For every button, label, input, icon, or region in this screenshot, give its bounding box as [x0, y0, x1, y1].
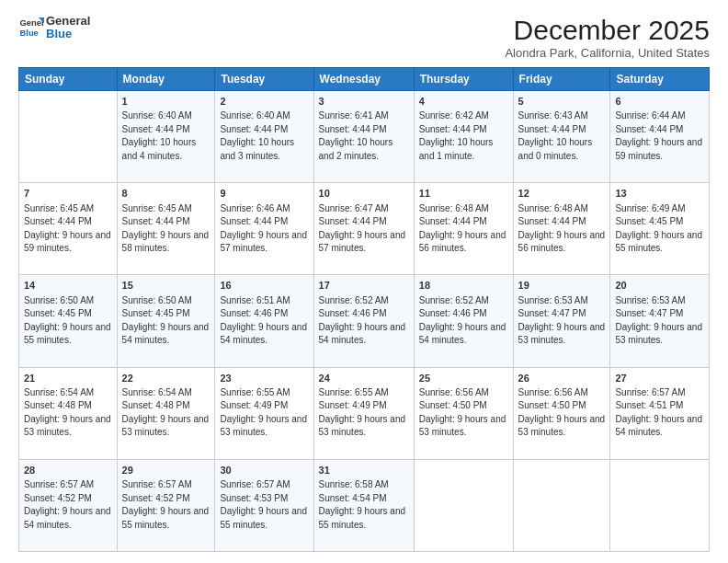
calendar-cell: [19, 91, 118, 183]
day-number: 20: [615, 279, 704, 293]
cell-content: Sunrise: 6:46 AM Sunset: 4:44 PM Dayligh…: [220, 202, 308, 256]
calendar-table: SundayMondayTuesdayWednesdayThursdayFrid…: [18, 67, 710, 552]
sunset: Sunset: 4:48 PM: [24, 400, 92, 410]
daylight: Daylight: 9 hours and 55 minutes.: [220, 506, 307, 530]
calendar-cell: 22 Sunrise: 6:54 AM Sunset: 4:48 PM Dayl…: [117, 367, 215, 459]
cell-content: Sunrise: 6:53 AM Sunset: 4:47 PM Dayligh…: [615, 294, 704, 348]
day-number: 31: [319, 464, 409, 477]
daylight: Daylight: 9 hours and 53 minutes.: [220, 414, 307, 438]
day-number: 21: [24, 372, 112, 385]
calendar-cell: 10 Sunrise: 6:47 AM Sunset: 4:44 PM Dayl…: [313, 183, 414, 275]
sunrise: Sunrise: 6:43 AM: [518, 110, 588, 121]
daylight: Daylight: 9 hours and 57 minutes.: [220, 230, 307, 254]
sunrise: Sunrise: 6:40 AM: [122, 110, 192, 121]
calendar-cell: 9 Sunrise: 6:46 AM Sunset: 4:44 PM Dayli…: [215, 183, 313, 275]
sunset: Sunset: 4:44 PM: [419, 216, 487, 226]
svg-text:Blue: Blue: [20, 29, 39, 39]
day-number: 10: [319, 187, 409, 201]
sunset: Sunset: 4:52 PM: [122, 493, 190, 503]
sunset: Sunset: 4:44 PM: [319, 216, 387, 226]
calendar-cell: 31 Sunrise: 6:58 AM Sunset: 4:54 PM Dayl…: [313, 459, 414, 551]
header-day-tuesday: Tuesday: [215, 68, 313, 91]
sunset: Sunset: 4:44 PM: [615, 124, 683, 134]
daylight: Daylight: 9 hours and 53 minutes.: [319, 414, 406, 438]
calendar-cell: 27 Sunrise: 6:57 AM Sunset: 4:51 PM Dayl…: [610, 367, 710, 459]
day-number: 2: [220, 95, 308, 109]
title-block: December 2025 Alondra Park, California, …: [505, 15, 710, 60]
day-number: 30: [220, 464, 308, 477]
cell-content: Sunrise: 6:57 AM Sunset: 4:52 PM Dayligh…: [122, 478, 210, 532]
calendar-cell: 11 Sunrise: 6:48 AM Sunset: 4:44 PM Dayl…: [414, 183, 513, 275]
sunset: Sunset: 4:50 PM: [419, 400, 487, 410]
calendar-cell: 19 Sunrise: 6:53 AM Sunset: 4:47 PM Dayl…: [513, 275, 610, 367]
day-number: 8: [122, 187, 210, 201]
calendar-cell: 24 Sunrise: 6:55 AM Sunset: 4:49 PM Dayl…: [313, 367, 414, 459]
sunset: Sunset: 4:45 PM: [24, 308, 92, 318]
cell-content: Sunrise: 6:54 AM Sunset: 4:48 PM Dayligh…: [24, 386, 112, 440]
sunrise: Sunrise: 6:49 AM: [615, 203, 685, 213]
cell-content: Sunrise: 6:44 AM Sunset: 4:44 PM Dayligh…: [615, 109, 704, 163]
sunrise: Sunrise: 6:55 AM: [319, 387, 389, 397]
sunrise: Sunrise: 6:53 AM: [518, 295, 588, 305]
sunrise: Sunrise: 6:50 AM: [24, 295, 94, 305]
daylight: Daylight: 10 hours and 4 minutes.: [122, 137, 197, 161]
daylight: Daylight: 10 hours and 3 minutes.: [220, 137, 294, 161]
daylight: Daylight: 9 hours and 59 minutes.: [615, 137, 702, 161]
day-number: 28: [24, 464, 112, 477]
daylight: Daylight: 9 hours and 56 minutes.: [419, 230, 506, 254]
daylight: Daylight: 9 hours and 53 minutes.: [518, 322, 606, 346]
calendar-cell: [610, 459, 710, 551]
calendar-cell: 29 Sunrise: 6:57 AM Sunset: 4:52 PM Dayl…: [117, 459, 215, 551]
sunset: Sunset: 4:50 PM: [518, 400, 586, 410]
daylight: Daylight: 9 hours and 54 minutes.: [122, 322, 210, 346]
day-number: 6: [615, 95, 704, 109]
sunset: Sunset: 4:44 PM: [24, 216, 92, 226]
cell-content: Sunrise: 6:52 AM Sunset: 4:46 PM Dayligh…: [319, 294, 409, 348]
week-row-2: 7 Sunrise: 6:45 AM Sunset: 4:44 PM Dayli…: [19, 183, 710, 275]
day-number: 14: [24, 279, 112, 293]
daylight: Daylight: 9 hours and 53 minutes.: [615, 322, 702, 346]
sunrise: Sunrise: 6:53 AM: [615, 295, 685, 305]
cell-content: Sunrise: 6:47 AM Sunset: 4:44 PM Dayligh…: [319, 202, 409, 256]
day-number: 19: [518, 279, 606, 293]
calendar-page: General Blue General Blue December 2025 …: [0, 0, 728, 563]
sunset: Sunset: 4:44 PM: [122, 124, 190, 134]
sunset: Sunset: 4:44 PM: [419, 124, 487, 134]
header: General Blue General Blue December 2025 …: [18, 15, 710, 60]
calendar-cell: 20 Sunrise: 6:53 AM Sunset: 4:47 PM Dayl…: [610, 275, 710, 367]
day-number: 12: [518, 187, 606, 201]
sunrise: Sunrise: 6:45 AM: [122, 203, 192, 213]
daylight: Daylight: 9 hours and 53 minutes.: [122, 414, 210, 438]
daylight: Daylight: 9 hours and 53 minutes.: [518, 414, 606, 438]
cell-content: Sunrise: 6:45 AM Sunset: 4:44 PM Dayligh…: [122, 202, 210, 256]
daylight: Daylight: 9 hours and 59 minutes.: [24, 230, 111, 254]
sunrise: Sunrise: 6:42 AM: [419, 110, 489, 121]
daylight: Daylight: 9 hours and 58 minutes.: [122, 230, 210, 254]
cell-content: Sunrise: 6:58 AM Sunset: 4:54 PM Dayligh…: [319, 478, 409, 532]
calendar-cell: 25 Sunrise: 6:56 AM Sunset: 4:50 PM Dayl…: [414, 367, 513, 459]
header-row: SundayMondayTuesdayWednesdayThursdayFrid…: [19, 68, 710, 91]
cell-content: Sunrise: 6:40 AM Sunset: 4:44 PM Dayligh…: [220, 109, 308, 163]
cell-content: Sunrise: 6:56 AM Sunset: 4:50 PM Dayligh…: [419, 386, 508, 440]
day-number: 27: [615, 372, 704, 385]
cell-content: Sunrise: 6:43 AM Sunset: 4:44 PM Dayligh…: [518, 109, 606, 163]
calendar-cell: 26 Sunrise: 6:56 AM Sunset: 4:50 PM Dayl…: [513, 367, 610, 459]
calendar-cell: 1 Sunrise: 6:40 AM Sunset: 4:44 PM Dayli…: [117, 91, 215, 183]
cell-content: Sunrise: 6:51 AM Sunset: 4:46 PM Dayligh…: [220, 294, 308, 348]
calendar-cell: 21 Sunrise: 6:54 AM Sunset: 4:48 PM Dayl…: [19, 367, 118, 459]
sunset: Sunset: 4:44 PM: [518, 124, 586, 134]
day-number: 15: [122, 279, 210, 293]
calendar-cell: 16 Sunrise: 6:51 AM Sunset: 4:46 PM Dayl…: [215, 275, 313, 367]
sunset: Sunset: 4:44 PM: [220, 124, 288, 134]
sunset: Sunset: 4:45 PM: [615, 216, 683, 226]
calendar-cell: 13 Sunrise: 6:49 AM Sunset: 4:45 PM Dayl…: [610, 183, 710, 275]
calendar-cell: 7 Sunrise: 6:45 AM Sunset: 4:44 PM Dayli…: [19, 183, 118, 275]
day-number: 22: [122, 372, 210, 385]
sunrise: Sunrise: 6:57 AM: [122, 479, 192, 489]
cell-content: Sunrise: 6:40 AM Sunset: 4:44 PM Dayligh…: [122, 109, 210, 163]
sunset: Sunset: 4:44 PM: [518, 216, 586, 226]
cell-content: Sunrise: 6:49 AM Sunset: 4:45 PM Dayligh…: [615, 202, 704, 256]
logo-text: General Blue: [46, 15, 90, 41]
daylight: Daylight: 9 hours and 54 minutes.: [419, 322, 506, 346]
cell-content: Sunrise: 6:45 AM Sunset: 4:44 PM Dayligh…: [24, 202, 112, 256]
